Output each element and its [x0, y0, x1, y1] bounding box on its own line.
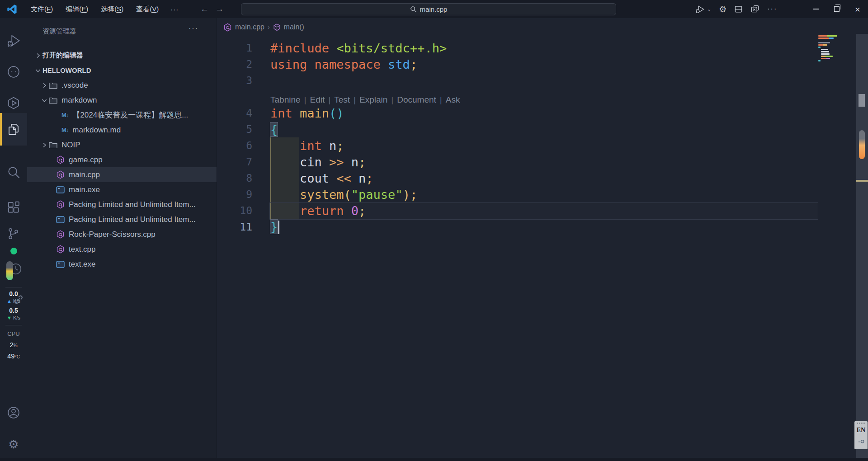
tree-item-markdown[interactable]: markdown	[27, 93, 217, 108]
line-content: system("pause");	[270, 188, 417, 202]
line-number: 11	[217, 221, 252, 233]
window-close-button[interactable]: ×	[847, 0, 868, 18]
codelens-action-explain[interactable]: Explain	[359, 95, 387, 105]
settings-gear-icon[interactable]: ⚙	[719, 5, 726, 14]
menu-overflow-icon[interactable]: ···	[165, 5, 184, 13]
chevron-right-icon	[33, 52, 42, 59]
exe-file-icon	[56, 261, 65, 268]
svg-text:C: C	[59, 202, 62, 207]
search-sidebar-icon[interactable]	[7, 165, 20, 179]
svg-text:C: C	[59, 158, 62, 162]
chevron-down-icon[interactable]: ⌄	[707, 6, 711, 12]
cpp-file-icon: C	[56, 170, 65, 179]
codelens-action-document[interactable]: Document	[397, 95, 436, 105]
tree-item-label: Packing Limited and Unlimited Item...	[69, 200, 196, 209]
command-center[interactable]: main.cpp	[241, 3, 616, 15]
code-line-11[interactable]: 11}	[217, 219, 850, 235]
tree-item-Packing Limited and Unlimited Item...[interactable]: CPacking Limited and Unlimited Item...	[27, 197, 217, 212]
history-pill-icon[interactable]	[5, 261, 24, 280]
vscode-window: 文件(F)编辑(E)选择(S)查看(V)··· ← → main.cpp ⌄ ⚙	[0, 0, 868, 461]
divider	[5, 287, 22, 287]
code-content[interactable]: 1#include <bits/stdc++.h>2using namespac…	[217, 40, 850, 235]
code-line-7[interactable]: 7 cin >> n;	[217, 154, 850, 170]
ime-language-label[interactable]: EN	[857, 427, 865, 434]
cpp-file-icon: C	[56, 200, 65, 209]
tree-item-【2024临安普及一课程】解题思...[interactable]: M↓【2024临安普及一课程】解题思...	[27, 108, 217, 122]
line-number: 6	[217, 140, 252, 151]
tree-item-.vscode[interactable]: .vscode	[27, 78, 217, 93]
cpp-file-icon: C	[56, 245, 65, 254]
nav-back-icon[interactable]: ←	[200, 4, 209, 14]
code-line-4[interactable]: 4int main()	[217, 105, 850, 121]
tree-item-label: markdown	[61, 96, 97, 105]
code-line-8[interactable]: 8 cout << n;	[217, 170, 850, 186]
code-line-5[interactable]: 5{	[217, 121, 850, 137]
line-number: 2	[217, 58, 252, 70]
tree-section-打开的编辑器[interactable]: 打开的编辑器	[27, 48, 217, 63]
tree-item-main.cpp[interactable]: Cmain.cpp	[27, 167, 217, 182]
tree-item-Rock-Paper-Scissors.cpp[interactable]: CRock-Paper-Scissors.cpp	[27, 227, 217, 242]
line-number: 5	[217, 123, 252, 135]
tabnine-face-icon[interactable]	[7, 65, 20, 79]
breadcrumb-item[interactable]: main.cpp	[235, 23, 264, 31]
line-content: cout << n;	[270, 171, 373, 185]
menu-item[interactable]: 文件(F)	[24, 3, 59, 15]
toggle-panel-icon[interactable]	[734, 5, 743, 14]
window-minimize-button[interactable]	[806, 0, 826, 18]
scrollbar-thumb[interactable]	[859, 94, 865, 107]
source-control-icon[interactable]	[7, 227, 20, 241]
line-content: }	[270, 220, 279, 235]
svg-text:C: C	[226, 25, 229, 29]
codelens-action-test[interactable]: Test	[334, 95, 350, 105]
code-line-3[interactable]: 3	[217, 72, 850, 89]
tree-item-markdown.md[interactable]: M↓markdown.md	[27, 122, 217, 137]
ime-tools-icon[interactable]	[858, 437, 864, 444]
sidebar-more-icon[interactable]: ···	[189, 24, 198, 33]
tree-item-main.exe[interactable]: main.exe	[27, 182, 217, 197]
window-restore-button[interactable]	[826, 0, 847, 18]
explorer-files-icon[interactable]	[7, 122, 20, 136]
code-line-10[interactable]: 10 return 0;	[217, 202, 850, 219]
scrollbar-track[interactable]	[856, 34, 868, 461]
manage-gear-icon[interactable]: ⚙	[7, 437, 20, 451]
tree-item-game.cpp[interactable]: Cgame.cpp	[27, 152, 217, 167]
run-debug-sidebar-icon[interactable]	[7, 34, 20, 47]
divider	[5, 325, 22, 325]
account-icon[interactable]	[7, 406, 20, 419]
tree-item-text.cpp[interactable]: Ctext.cpp	[27, 242, 217, 257]
folder-icon	[49, 82, 57, 89]
hexagon-play-icon[interactable]	[7, 96, 20, 110]
line-number: 10	[217, 205, 252, 216]
menu-item[interactable]: 查看(V)	[130, 3, 165, 15]
tree-item-NOIP[interactable]: NOIP	[27, 137, 217, 152]
status-dot-icon[interactable]	[10, 248, 17, 254]
code-line-1[interactable]: 1#include <bits/stdc++.h>	[217, 40, 850, 56]
ime-drag-handle[interactable]	[857, 423, 865, 424]
title-more-icon[interactable]: ···	[767, 5, 777, 13]
line-content: int main()	[270, 106, 344, 120]
command-center-value: main.cpp	[420, 5, 448, 13]
codelens-action-ask[interactable]: Ask	[446, 95, 460, 105]
extensions-icon[interactable]	[7, 201, 20, 214]
code-line-2[interactable]: 2using namespace std;	[217, 56, 850, 72]
run-debug-icon[interactable]	[695, 5, 705, 14]
code-line-6[interactable]: 6 int n;	[217, 137, 850, 154]
code-line-9[interactable]: 9 system("pause");	[217, 186, 850, 202]
tree-item-Packing Limited and Unlimited Item...[interactable]: Packing Limited and Unlimited Item...	[27, 212, 217, 227]
codelens-action-edit[interactable]: Edit	[310, 95, 325, 105]
editor-layout-icon[interactable]	[750, 5, 760, 14]
net-down-unit: K/s	[13, 315, 20, 320]
line-content: using namespace std;	[270, 57, 417, 71]
menu-item[interactable]: 编辑(E)	[59, 3, 94, 15]
ime-toolbar[interactable]: EN	[854, 421, 868, 449]
tree-item-text.exe[interactable]: text.exe	[27, 257, 217, 272]
codelens-action-tabnine[interactable]: Tabnine	[270, 95, 301, 105]
tree-section-HELLOWORLD[interactable]: HELLOWORLD	[27, 63, 217, 78]
menu-bar: 文件(F)编辑(E)选择(S)查看(V)···	[24, 0, 184, 18]
tree-item-label: main.exe	[69, 185, 100, 194]
tree-item-label: .vscode	[61, 81, 88, 90]
menu-item[interactable]: 选择(S)	[94, 3, 130, 15]
breadcrumb-item[interactable]: main()	[284, 23, 304, 31]
minimap[interactable]	[818, 35, 839, 62]
nav-forward-icon[interactable]: →	[215, 4, 224, 14]
